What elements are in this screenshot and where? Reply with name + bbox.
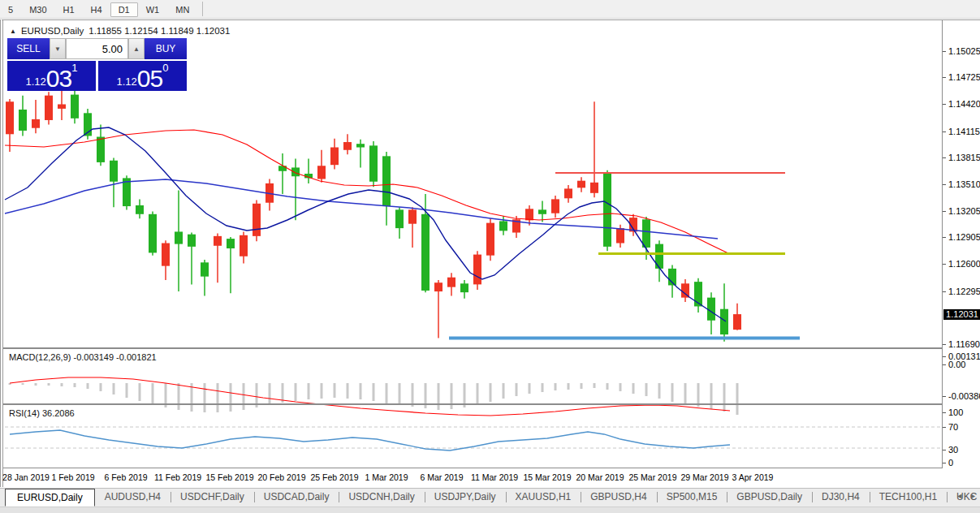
timeframe-button-5[interactable]: 5 [0, 2, 21, 17]
timeframe-toolbar: 5M30H1H4D1W1MN [0, 0, 980, 19]
panel-splitter-rsi[interactable] [3, 403, 980, 405]
candle-body [110, 161, 118, 182]
one-click-trading-panel: SELL ▼ 5.00 ▲ BUY 1.12031 1.12050 [7, 38, 187, 91]
date-label: 1 Feb 2019 [51, 472, 94, 482]
price-label: 1.12295 [948, 287, 980, 296]
price-label-tick [943, 104, 946, 105]
candle-body [214, 236, 222, 246]
spin-up-icon: ▲ [133, 45, 140, 53]
macd-axis-label-tick [943, 396, 946, 397]
chart-window: ▲ EURUSD,Daily 1.11855 1.12154 1.11849 1… [0, 19, 980, 487]
price-label-tick [943, 157, 946, 158]
candle-body [343, 142, 352, 150]
candle-body [330, 148, 339, 166]
symbol-tab-audusd-h4[interactable]: AUDUSD,H4 [95, 489, 171, 504]
candle-body [395, 209, 404, 228]
volume-increase-button[interactable]: ▲ [128, 38, 145, 59]
macd-indicator-label: MACD(12,26,9) -0.003149 -0.001821 [9, 352, 157, 362]
candle-body [253, 204, 261, 236]
symbol-tab-tech100-h1[interactable]: TECH100,H1 [870, 489, 947, 504]
ask-price-big: 05 [137, 68, 162, 89]
timeframe-button-d1[interactable]: D1 [110, 2, 138, 17]
rsi-axis-label: 30 [948, 445, 958, 455]
candle-body [317, 166, 326, 179]
price-label-tick [943, 264, 946, 265]
timeframe-button-h1[interactable]: H1 [55, 2, 83, 17]
bid-price-pipette: 1 [71, 63, 77, 73]
symbol-tabs: EURUSD,DailyAUDUSD,H4USDCHF,DailyUSDCAD,… [0, 489, 980, 506]
candle-body [538, 209, 546, 213]
price-label: 1.12600 [948, 259, 980, 269]
timeframe-button-w1[interactable]: W1 [138, 2, 168, 17]
candle-body [6, 101, 14, 134]
symbol-tab-xauusd-h1[interactable]: XAUUSD,H1 [506, 489, 581, 504]
date-label: 25 Mar 2019 [629, 472, 677, 482]
panel-splitter-macd[interactable] [3, 347, 980, 349]
tabs-scroll-right-icon[interactable]: ► [969, 492, 977, 500]
symbol-tab-bar: EURUSD,DailyAUDUSD,H4USDCHF,DailyUSDCAD,… [0, 488, 980, 513]
volume-decrease-button[interactable]: ▼ [50, 38, 66, 59]
timeframe-button-mn[interactable]: MN [167, 2, 197, 17]
symbol-tab-usdchf-daily[interactable]: USDCHF,Daily [171, 489, 254, 504]
date-label: 11 Mar 2019 [471, 472, 518, 482]
price-label-tick [943, 237, 946, 238]
price-label-tick [943, 344, 946, 345]
candle-body [655, 244, 663, 269]
symbol-tab-usdcad-daily[interactable]: USDCAD,Daily [254, 489, 339, 504]
candle-body [227, 239, 235, 248]
symbol-tab-sp500-m15[interactable]: SP500,M15 [657, 489, 727, 504]
date-label: 1 Mar 2019 [365, 472, 408, 482]
candle-body [201, 262, 209, 276]
macd-axis-label-tick [943, 356, 946, 357]
macd-axis-label: -0.00386 [948, 391, 980, 401]
symbol-tab-gbpusd-daily[interactable]: GBPUSD,Daily [727, 489, 812, 504]
collapse-panel-icon[interactable]: ▲ [10, 28, 16, 35]
rsi-axis-label: 100 [948, 407, 963, 417]
symbol-tab-usdjpy-daily[interactable]: USDJPY,Daily [425, 489, 506, 504]
candle-body [136, 205, 144, 214]
price-label-tick [943, 211, 946, 212]
date-label: 3 Apr 2019 [732, 472, 774, 482]
candle-body [642, 219, 650, 248]
chart-symbol-label: EURUSD,Daily [21, 26, 84, 36]
date-label: 25 Feb 2019 [311, 472, 359, 482]
current-price-badge: 1.12031 [943, 309, 980, 320]
price-label-tick [943, 184, 946, 185]
timeframe-button-h4[interactable]: H4 [83, 2, 110, 17]
price-label: 1.11690 [948, 339, 980, 349]
date-label: 6 Mar 2019 [420, 472, 463, 482]
candle-body [71, 95, 79, 119]
symbol-tab-eurusd-daily[interactable]: EURUSD,Daily [5, 489, 95, 507]
volume-input[interactable]: 5.00 [66, 38, 128, 59]
candle-body [499, 221, 507, 231]
toolbar-separator [202, 2, 203, 16]
date-label: 20 Mar 2019 [576, 472, 624, 482]
symbol-tab-usdcnh-daily[interactable]: USDCNH,Daily [339, 489, 424, 504]
ma-blue-fast [5, 127, 726, 321]
candle-body [408, 209, 417, 223]
candle-body [733, 314, 741, 330]
candle-body [149, 214, 157, 253]
candle-body [460, 283, 468, 292]
candle-body [707, 298, 715, 321]
price-label-tick [943, 291, 946, 292]
sell-price-button[interactable]: 1.12031 [7, 61, 96, 91]
price-label: 1.13510 [948, 179, 980, 189]
buy-price-button[interactable]: 1.12050 [98, 61, 187, 91]
symbol-tab-gbpusd-h4[interactable]: GBPUSD,H4 [581, 489, 656, 504]
price-label: 1.13205 [948, 206, 980, 216]
candle-body [19, 110, 27, 131]
price-label: 1.15025 [948, 46, 980, 56]
symbol-tab-dj30-h4[interactable]: DJ30,H4 [812, 489, 870, 504]
macd-axis-label-tick [943, 364, 946, 365]
timeframe-button-m30[interactable]: M30 [21, 2, 54, 17]
date-label: 28 Jan 2019 [2, 472, 50, 482]
tab-bar-strip [0, 507, 980, 513]
price-label: 1.13815 [948, 153, 980, 162]
rsi-indicator-label: RSI(14) 36.2086 [9, 408, 75, 418]
sell-button[interactable]: SELL [7, 38, 50, 59]
rsi-line [10, 430, 730, 450]
price-axis: 1.150251.147251.144201.141151.138151.135… [943, 20, 980, 468]
tabs-scroll-left-icon[interactable]: ◄ [956, 492, 963, 500]
buy-button[interactable]: BUY [145, 38, 187, 59]
